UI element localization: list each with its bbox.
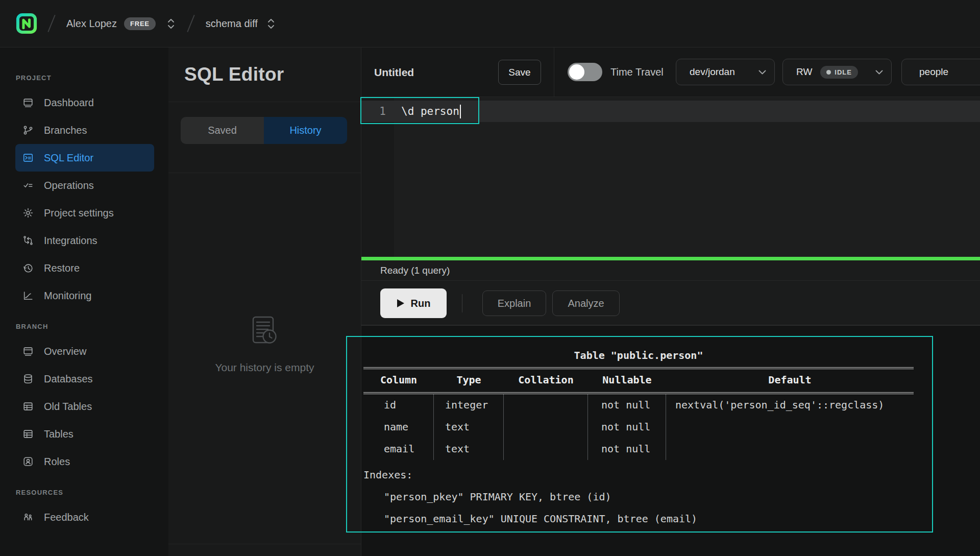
analyze-button[interactable]: Analyze	[552, 291, 620, 316]
sidebar-item-label: Restore	[44, 262, 80, 274]
actions-toolbar: Run Explain Analyze	[361, 281, 980, 326]
project-switcher-chevron-icon[interactable]	[267, 17, 275, 31]
breadcrumb-org[interactable]: Alex Lopez	[66, 18, 117, 30]
explain-button[interactable]: Explain	[482, 291, 546, 316]
table-cell: nextval('person_id_seq'::regclass)	[666, 394, 914, 416]
sidebar-item-integrations[interactable]: Integrations	[15, 227, 154, 254]
status-text: IDLE	[835, 68, 852, 76]
tab-saved[interactable]: Saved	[181, 117, 264, 144]
index-entry: "person_pkey" PRIMARY KEY, btree (id)	[363, 486, 914, 508]
editor-active-line[interactable]: 1 \d person	[361, 101, 980, 122]
col-header: Collation	[504, 369, 588, 392]
index-entry: "person_email_key" UNIQUE CONSTRAINT, bt…	[363, 508, 914, 530]
chevron-down-icon	[875, 70, 883, 75]
tab-history[interactable]: History	[264, 117, 347, 144]
neon-console: Alex Lopez FREE schema diff PROJECT Dash…	[0, 0, 980, 556]
editor-header: Untitled Save Time Travel dev/jordan RW …	[361, 47, 980, 97]
sidebar-item-feedback[interactable]: Feedback	[15, 503, 154, 531]
table-cell	[666, 438, 914, 460]
sidebar-item-label: Integrations	[44, 235, 97, 247]
database-icon	[22, 373, 34, 384]
sidebar-item-tables[interactable]: Tables	[15, 420, 154, 448]
status-message: Ready (1 query)	[380, 265, 450, 276]
time-travel-toggle[interactable]	[568, 63, 602, 81]
query-progress-bar	[361, 257, 980, 260]
table-cell: email	[363, 438, 434, 460]
sidebar-item-restore[interactable]: Restore	[15, 254, 154, 282]
table-cell: id	[363, 394, 434, 416]
breadcrumb-slash	[187, 15, 194, 32]
play-icon	[397, 299, 405, 308]
sidebar-item-label: Project settings	[44, 207, 114, 219]
table-cell: not null	[588, 416, 666, 438]
dashboard-icon	[22, 97, 34, 108]
sidebar-item-label: Databases	[44, 373, 93, 385]
branch-select[interactable]: dev/jordan	[676, 59, 775, 85]
sidebar-item-label: Tables	[44, 428, 74, 440]
table-cell	[504, 438, 588, 460]
saved-history-tabs: Saved History	[181, 117, 347, 144]
sidebar-item-dashboard[interactable]: Dashboard	[15, 89, 154, 116]
sql-editor-panel: SQL Editor Saved History Your history is…	[168, 47, 361, 556]
run-button-label: Run	[411, 298, 431, 309]
sidebar-section-project: PROJECT Dashboard Branches SQL Editor Op…	[0, 74, 168, 309]
result-table-title: Table "public.person"	[363, 345, 914, 367]
sidebar-item-old-tables[interactable]: Old Tables	[15, 393, 154, 420]
sidebar-section-label: PROJECT	[16, 74, 168, 82]
sidebar-item-label: Overview	[44, 346, 86, 357]
sidebar-item-sql-editor[interactable]: SQL Editor	[15, 144, 154, 172]
sidebar-item-label: Feedback	[44, 512, 89, 523]
text-cursor	[460, 105, 461, 118]
table-cell	[504, 394, 588, 416]
neon-logo-icon[interactable]	[15, 12, 38, 35]
code-text: \d person	[401, 105, 459, 117]
sidebar-section-label: RESOURCES	[16, 489, 168, 496]
sidebar-item-overview[interactable]: Overview	[15, 337, 154, 365]
checklist-icon	[22, 180, 34, 191]
sql-code-editor[interactable]: 1 \d person	[361, 97, 980, 257]
col-header: Type	[434, 369, 504, 392]
table-icon	[22, 428, 34, 440]
sidebar-section-branch: BRANCH Overview Databases Old Tables Tab…	[0, 323, 168, 475]
integrations-icon	[22, 235, 34, 246]
status-dot-icon	[826, 70, 831, 75]
sidebar-item-project-settings[interactable]: Project settings	[15, 199, 154, 227]
status-bar: Ready (1 query)	[361, 260, 980, 281]
history-clock-icon	[22, 262, 34, 274]
tabs-section: Saved History	[168, 117, 361, 173]
line-number: 1	[361, 105, 394, 117]
psql-output: Table "public.person" Column Type Collat…	[363, 345, 914, 530]
compute-status-badge: IDLE	[820, 66, 858, 79]
sidebar-section-resources: RESOURCES Feedback	[0, 489, 168, 531]
table-cell: text	[434, 438, 504, 460]
compute-select[interactable]: RW IDLE	[782, 59, 892, 85]
user-badge-icon	[22, 456, 34, 467]
plan-badge: FREE	[124, 17, 156, 30]
col-header: Default	[666, 369, 914, 392]
chevron-down-icon	[758, 70, 766, 75]
page-title: SQL Editor	[168, 64, 284, 85]
table-cell	[504, 416, 588, 438]
sidebar-item-operations[interactable]: Operations	[15, 172, 154, 199]
chart-line-icon	[22, 290, 34, 301]
sidebar-item-branches[interactable]: Branches	[15, 116, 154, 144]
result-table-body: id integer not null nextval('person_id_s…	[363, 394, 914, 460]
sidebar-item-label: Branches	[44, 125, 87, 136]
sidebar-item-roles[interactable]: Roles	[15, 448, 154, 475]
database-select[interactable]: people	[901, 59, 980, 85]
sidebar-item-databases[interactable]: Databases	[15, 365, 154, 393]
org-switcher-chevron-icon[interactable]	[167, 17, 175, 31]
terminal-icon	[22, 152, 34, 163]
panel-header: SQL Editor	[168, 47, 361, 102]
query-title[interactable]: Untitled	[374, 47, 414, 97]
save-button[interactable]: Save	[498, 60, 541, 85]
sidebar-item-monitoring[interactable]: Monitoring	[15, 282, 154, 309]
breadcrumb-project[interactable]: schema diff	[206, 18, 258, 30]
indexes-label: Indexes:	[363, 464, 914, 486]
people-icon	[22, 512, 34, 523]
sidebar-item-label: SQL Editor	[44, 152, 93, 164]
history-empty-text: Your history is empty	[168, 361, 361, 374]
run-button[interactable]: Run	[380, 288, 447, 318]
sidebar-item-label: Monitoring	[44, 290, 91, 302]
result-table-header: Column Type Collation Nullable Default	[363, 369, 914, 392]
